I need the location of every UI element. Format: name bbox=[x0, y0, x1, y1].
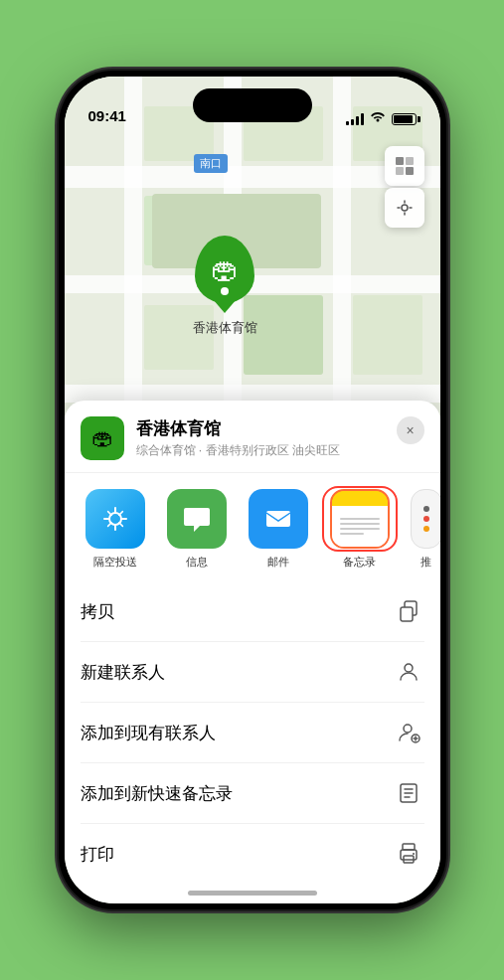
notes-icon bbox=[330, 489, 390, 549]
person-add-icon bbox=[393, 717, 424, 748]
svg-point-26 bbox=[404, 725, 412, 733]
print-icon bbox=[393, 838, 424, 870]
svg-rect-22 bbox=[266, 511, 290, 527]
svg-rect-19 bbox=[406, 167, 414, 175]
marker-pin: 🏟 bbox=[195, 236, 254, 303]
more-label: 推 bbox=[420, 555, 431, 570]
dynamic-island bbox=[193, 88, 312, 122]
phone-screen: 09:41 bbox=[65, 77, 440, 903]
svg-rect-14 bbox=[353, 295, 422, 375]
menu-item-copy[interactable]: 拷贝 bbox=[81, 581, 424, 642]
airdrop-icon bbox=[85, 489, 145, 549]
menu-item-quick-note[interactable]: 添加到新快速备忘录 bbox=[81, 763, 424, 824]
status-time: 09:41 bbox=[88, 107, 126, 126]
svg-point-20 bbox=[402, 205, 408, 211]
add-existing-label: 添加到现有联系人 bbox=[81, 722, 216, 744]
airdrop-label: 隔空投送 bbox=[93, 555, 137, 570]
menu-item-new-contact[interactable]: 新建联系人 bbox=[81, 642, 424, 703]
copy-icon bbox=[393, 595, 424, 627]
svg-rect-29 bbox=[403, 844, 415, 850]
share-more[interactable]: 推 bbox=[407, 489, 440, 570]
copy-label: 拷贝 bbox=[81, 600, 114, 623]
quick-note-label: 添加到新快速备忘录 bbox=[81, 782, 233, 805]
mail-label: 邮件 bbox=[267, 555, 289, 570]
signal-icon bbox=[346, 113, 364, 125]
place-name: 香港体育馆 bbox=[136, 417, 424, 440]
map-type-button[interactable] bbox=[385, 146, 424, 186]
stadium-icon: 🏟 bbox=[211, 253, 239, 286]
status-icons bbox=[346, 111, 417, 126]
menu-items: 拷贝 新建联系人 bbox=[65, 581, 440, 884]
marker-label: 香港体育馆 bbox=[193, 319, 257, 337]
menu-item-print[interactable]: 打印 bbox=[81, 824, 424, 884]
messages-label: 信息 bbox=[186, 555, 208, 570]
wifi-icon bbox=[370, 111, 386, 126]
location-marker: 🏟 香港体育馆 bbox=[193, 236, 257, 337]
messages-icon bbox=[167, 489, 227, 549]
share-messages[interactable]: 信息 bbox=[162, 489, 232, 570]
phone-frame: 09:41 bbox=[59, 71, 446, 909]
svg-rect-16 bbox=[396, 157, 404, 165]
share-notes[interactable]: 备忘录 bbox=[325, 489, 395, 570]
svg-rect-18 bbox=[396, 167, 404, 175]
place-subtitle: 综合体育馆 · 香港特别行政区 油尖旺区 bbox=[136, 442, 424, 459]
share-airdrop[interactable]: 隔空投送 bbox=[81, 489, 150, 570]
home-indicator bbox=[188, 891, 317, 896]
battery-icon bbox=[392, 113, 417, 125]
mail-icon bbox=[249, 489, 308, 549]
close-button[interactable]: × bbox=[397, 416, 424, 444]
new-contact-label: 新建联系人 bbox=[81, 661, 165, 684]
place-header: 🏟 香港体育馆 综合体育馆 · 香港特别行政区 油尖旺区 × bbox=[65, 401, 440, 473]
print-label: 打印 bbox=[81, 843, 114, 866]
person-icon bbox=[393, 656, 424, 688]
location-button[interactable] bbox=[385, 188, 424, 228]
menu-item-add-existing[interactable]: 添加到现有联系人 bbox=[81, 703, 424, 763]
share-actions-row: 隔空投送 信息 bbox=[65, 473, 440, 581]
place-icon: 🏟 bbox=[81, 416, 124, 460]
notes-label: 备忘录 bbox=[343, 555, 376, 570]
south-gate-label: 南口 bbox=[194, 154, 228, 173]
bottom-sheet: 🏟 香港体育馆 综合体育馆 · 香港特别行政区 油尖旺区 × bbox=[65, 401, 440, 903]
map-controls bbox=[385, 146, 424, 228]
svg-point-32 bbox=[413, 853, 415, 855]
note-icon bbox=[393, 777, 424, 809]
marker-dot bbox=[221, 287, 229, 295]
more-icon bbox=[411, 489, 440, 549]
place-info: 香港体育馆 综合体育馆 · 香港特别行政区 油尖旺区 bbox=[136, 417, 424, 459]
share-mail[interactable]: 邮件 bbox=[244, 489, 313, 570]
svg-rect-24 bbox=[401, 607, 413, 621]
svg-point-25 bbox=[405, 664, 413, 672]
svg-rect-17 bbox=[406, 157, 414, 165]
